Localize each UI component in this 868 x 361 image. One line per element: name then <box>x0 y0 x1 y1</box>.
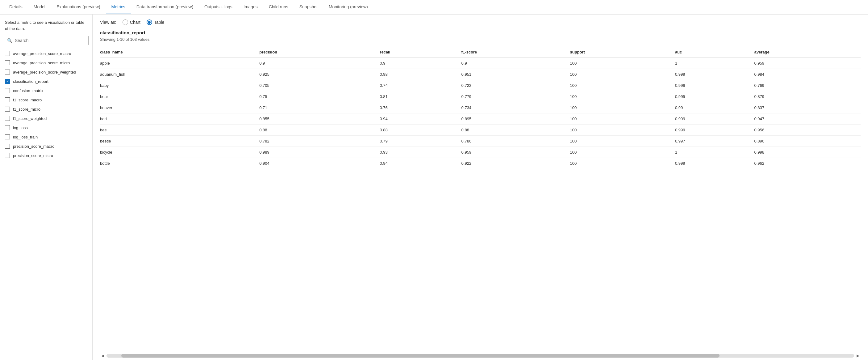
cell-support-row2: 100 <box>570 80 675 91</box>
tab-explanations[interactable]: Explanations (preview) <box>51 0 106 14</box>
cell-class-name-row2: baby <box>100 80 259 91</box>
col-class-name: class_name <box>100 47 259 58</box>
cell-average-row3: 0.879 <box>754 91 861 102</box>
metric-checkbox-avg_precision_weighted[interactable] <box>5 70 10 75</box>
view-as-row: View as: Chart Table <box>93 15 868 30</box>
cell-support-row9: 100 <box>570 158 675 169</box>
chart-radio-option[interactable]: Chart <box>123 20 141 25</box>
metric-checkbox-log_loss_train[interactable] <box>5 135 10 139</box>
metric-item-classification_report[interactable]: classification_report <box>0 77 92 86</box>
metric-item-avg_precision_macro[interactable]: average_precision_score_macro <box>0 49 92 58</box>
cell-average-row1: 0.984 <box>754 69 861 80</box>
cell-f1score-row3: 0.779 <box>462 91 570 102</box>
metric-checkbox-f1_score_macro[interactable] <box>5 98 10 102</box>
tab-snapshot[interactable]: Snapshot <box>294 0 323 14</box>
col-auc: auc <box>675 47 754 58</box>
metric-checkbox-avg_precision_micro[interactable] <box>5 60 10 65</box>
cell-recall-row6: 0.88 <box>380 124 461 136</box>
metric-item-log_loss_train[interactable]: log_loss_train <box>0 132 92 142</box>
cell-recall-row1: 0.98 <box>380 69 461 80</box>
metric-checkbox-log_loss[interactable] <box>5 125 10 130</box>
metric-label-precision_score_macro: precision_score_macro <box>13 144 54 149</box>
table-radio-label: Table <box>154 20 164 25</box>
sidebar-description: Select a metric to see a visualization o… <box>0 20 92 36</box>
metric-item-avg_precision_weighted[interactable]: average_precision_score_weighted <box>0 67 92 77</box>
cell-precision-row1: 0.925 <box>259 69 380 80</box>
cell-support-row6: 100 <box>570 124 675 136</box>
table-area: classification_report Showing 1-10 of 10… <box>93 30 868 352</box>
metric-checkbox-f1_score_micro[interactable] <box>5 107 10 112</box>
tab-images[interactable]: Images <box>238 0 263 14</box>
cell-class-name-row6: bee <box>100 124 259 136</box>
table-radio-option[interactable]: Table <box>147 20 164 25</box>
col-precision: precision <box>259 47 380 58</box>
tab-details[interactable]: Details <box>4 0 28 14</box>
cell-support-row5: 100 <box>570 113 675 124</box>
metric-item-f1_score_macro[interactable]: f1_score_macro <box>0 95 92 105</box>
metric-item-f1_score_micro[interactable]: f1_score_micro <box>0 105 92 114</box>
cell-precision-row3: 0.75 <box>259 91 380 102</box>
table-row: bed0.8550.940.8951000.9990.947 <box>100 113 861 124</box>
table-radio-circle[interactable] <box>147 20 152 25</box>
metric-item-precision_score_macro[interactable]: precision_score_macro <box>0 142 92 151</box>
metric-item-log_loss[interactable]: log_loss <box>0 123 92 132</box>
tab-model[interactable]: Model <box>28 0 51 14</box>
view-as-label: View as: <box>100 20 116 25</box>
metric-checkbox-f1_score_weighted[interactable] <box>5 116 10 121</box>
table-row: beaver0.710.760.7341000.990.837 <box>100 102 861 113</box>
cell-f1score-row7: 0.786 <box>462 136 570 147</box>
tab-outputs-logs[interactable]: Outputs + logs <box>199 0 238 14</box>
cell-auc-row5: 0.999 <box>675 113 754 124</box>
cell-average-row6: 0.956 <box>754 124 861 136</box>
metric-checkbox-classification_report[interactable] <box>5 79 10 84</box>
cell-recall-row0: 0.9 <box>380 58 461 69</box>
cell-recall-row5: 0.94 <box>380 113 461 124</box>
metric-checkbox-precision_score_micro[interactable] <box>5 153 10 158</box>
metric-label-avg_precision_micro: average_precision_score_micro <box>13 61 70 65</box>
table-title: classification_report <box>100 30 861 35</box>
top-navigation: DetailsModelExplanations (preview)Metric… <box>0 0 868 15</box>
cell-f1score-row0: 0.9 <box>462 58 570 69</box>
cell-class-name-row4: beaver <box>100 102 259 113</box>
search-input[interactable] <box>15 38 85 43</box>
cell-support-row0: 100 <box>570 58 675 69</box>
metric-checkbox-confusion_matrix[interactable] <box>5 88 10 93</box>
cell-support-row1: 100 <box>570 69 675 80</box>
cell-class-name-row7: beetle <box>100 136 259 147</box>
tab-metrics[interactable]: Metrics <box>106 0 131 14</box>
cell-f1score-row2: 0.722 <box>462 80 570 91</box>
table-row: apple0.90.90.910010.959 <box>100 58 861 69</box>
cell-auc-row2: 0.996 <box>675 80 754 91</box>
metric-item-confusion_matrix[interactable]: confusion_matrix <box>0 86 92 95</box>
cell-auc-row8: 1 <box>675 147 754 158</box>
scroll-right-arrow[interactable]: ▶ <box>855 353 861 359</box>
table-row: bear0.750.810.7791000.9950.879 <box>100 91 861 102</box>
chart-radio-circle[interactable] <box>123 20 128 25</box>
metric-label-avg_precision_weighted: average_precision_score_weighted <box>13 70 76 75</box>
cell-average-row4: 0.837 <box>754 102 861 113</box>
cell-f1score-row8: 0.959 <box>462 147 570 158</box>
metric-item-f1_score_weighted[interactable]: f1_score_weighted <box>0 114 92 123</box>
table-row: baby0.7050.740.7221000.9960.769 <box>100 80 861 91</box>
cell-average-row0: 0.959 <box>754 58 861 69</box>
showing-label: Showing 1-10 of 103 values <box>100 37 861 42</box>
metric-item-precision_score_micro[interactable]: precision_score_micro <box>0 151 92 160</box>
hscroll-thumb[interactable] <box>121 354 719 358</box>
tab-monitoring[interactable]: Monitoring (preview) <box>323 0 373 14</box>
cell-precision-row2: 0.705 <box>259 80 380 91</box>
cell-precision-row5: 0.855 <box>259 113 380 124</box>
tab-data-transformation[interactable]: Data transformation (preview) <box>131 0 199 14</box>
cell-average-row7: 0.896 <box>754 136 861 147</box>
metric-checkbox-avg_precision_macro[interactable] <box>5 51 10 56</box>
metric-label-classification_report: classification_report <box>13 79 49 84</box>
cell-recall-row4: 0.76 <box>380 102 461 113</box>
tab-child-runs[interactable]: Child runs <box>263 0 294 14</box>
scroll-left-arrow[interactable]: ◀ <box>100 353 105 359</box>
hscroll-bar[interactable] <box>106 354 854 358</box>
metric-label-f1_score_micro: f1_score_micro <box>13 107 40 112</box>
table-row: bee0.880.880.881000.9990.956 <box>100 124 861 136</box>
table-row: beetle0.7820.790.7861000.9970.896 <box>100 136 861 147</box>
metric-checkbox-precision_score_macro[interactable] <box>5 144 10 149</box>
metric-item-avg_precision_micro[interactable]: average_precision_score_micro <box>0 58 92 67</box>
search-box[interactable]: 🔍 <box>4 36 89 45</box>
